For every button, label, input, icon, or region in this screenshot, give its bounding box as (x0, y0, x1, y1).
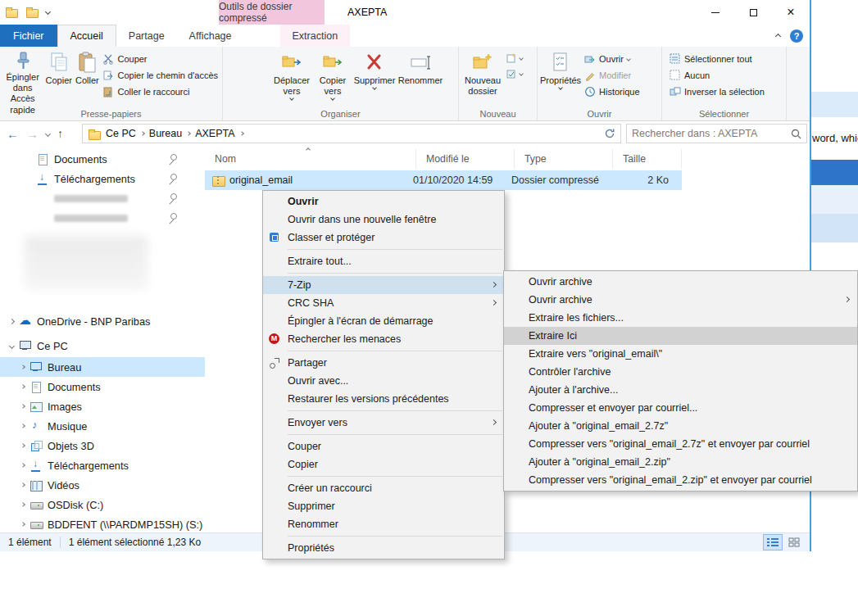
submenu-item[interactable]: Extraire vers "original_email\" (504, 345, 857, 363)
easy-access-button[interactable] (505, 66, 524, 80)
tab-accueil[interactable]: Accueil (57, 25, 116, 47)
tab-fichier[interactable]: Fichier (0, 25, 57, 47)
sidebar-item-this-pc[interactable]: Ce PC (0, 336, 205, 356)
submenu-item[interactable]: Ajouter à "original_email_2.7z" (504, 417, 857, 435)
tab-extraction[interactable]: Extraction (280, 25, 351, 47)
submenu-item[interactable]: Ouvrir archive (504, 273, 857, 291)
context-menu-item[interactable]: Rechercher les menaces (263, 330, 504, 348)
expand-icon[interactable] (20, 404, 25, 409)
copy-button[interactable]: Copier (43, 48, 74, 109)
breadcrumb-item[interactable]: AXEPTA (190, 128, 239, 139)
quick-access-toolbar-icon[interactable] (25, 6, 39, 18)
pin-icon[interactable] (168, 173, 179, 183)
collapse-ribbon-icon[interactable] (775, 33, 781, 38)
delete-button[interactable]: Supprimer (352, 48, 397, 109)
new-item-button[interactable] (505, 51, 524, 65)
expand-icon[interactable] (20, 522, 25, 527)
pin-icon[interactable] (168, 212, 179, 223)
qat-dropdown-icon[interactable] (45, 9, 51, 15)
expand-icon[interactable] (20, 463, 25, 468)
search-icon[interactable] (786, 129, 806, 139)
context-menu-item[interactable]: Propriétés (263, 539, 504, 557)
open-button[interactable]: Ouvrir (582, 51, 642, 67)
context-menu-item[interactable]: Épingler à l'écran de démarrage (263, 312, 504, 330)
select-all-button[interactable]: Sélectionner tout (667, 51, 767, 67)
up-button[interactable] (57, 127, 63, 140)
breadcrumb-separator-icon[interactable] (239, 131, 244, 136)
submenu-item[interactable]: Compresser et envoyer par courriel... (504, 399, 857, 417)
maximize-button[interactable] (734, 0, 772, 25)
expand-icon[interactable] (9, 318, 15, 324)
paste-button[interactable]: Coller (74, 48, 100, 109)
address-bar[interactable]: Ce PC Bureau AXEPTA (82, 124, 621, 143)
submenu-item[interactable]: Contrôler l'archive (504, 363, 857, 381)
new-folder-button[interactable]: Nouveau dossier (461, 48, 505, 109)
sidebar-item[interactable]: Téléchargements (0, 169, 205, 188)
thumbnails-view-button[interactable] (785, 535, 803, 550)
sidebar-item[interactable]: Téléchargements (0, 455, 205, 475)
properties-button[interactable]: Propriétés (539, 48, 582, 109)
expand-icon[interactable] (20, 424, 25, 428)
sidebar-item[interactable]: OSDisk (C:) (0, 495, 205, 514)
sidebar-item-onedrive[interactable]: OneDrive - BNP Paribas (0, 311, 205, 331)
submenu-item[interactable]: Extraire les fichiers... (504, 309, 857, 327)
expand-icon[interactable] (20, 365, 25, 369)
sidebar-item[interactable]: Vidéos (0, 475, 205, 495)
submenu-item[interactable]: Ajouter à "original_email_2.zip" (504, 453, 857, 471)
expand-icon[interactable] (20, 443, 25, 448)
collapse-icon[interactable] (9, 342, 15, 348)
sidebar-item[interactable]: BDDFENT (\\PARDMP15SH) (S:) (0, 514, 205, 534)
expand-icon[interactable] (20, 482, 25, 487)
paste-shortcut-button[interactable]: Coller le raccourci (100, 84, 220, 100)
context-menu-item[interactable]: 7-Zip (263, 276, 504, 294)
file-row[interactable]: original_email 01/10/2020 14:59 Dossier … (205, 170, 682, 190)
column-header[interactable]: Type (515, 149, 613, 169)
expand-icon[interactable] (20, 384, 25, 389)
search-input[interactable] (627, 128, 786, 139)
context-menu-item[interactable]: Copier (263, 455, 504, 473)
copy-to-button[interactable]: Copier vers (313, 48, 352, 109)
context-menu-item[interactable]: Ouvrir dans une nouvelle fenêtre (263, 211, 504, 229)
cut-button[interactable]: Couper (100, 51, 220, 67)
tab-affichage[interactable]: Affichage (177, 25, 244, 47)
context-menu-item[interactable]: Envoyer vers (263, 414, 504, 432)
select-none-button[interactable]: Aucun (667, 67, 767, 84)
submenu-item[interactable]: Extraire Ici (504, 327, 857, 345)
context-menu-item[interactable]: Classer et protéger (263, 229, 504, 247)
submenu-item[interactable]: Ouvrir archive (504, 291, 857, 309)
context-menu-item[interactable]: Couper (263, 437, 504, 455)
forward-button[interactable] (26, 127, 39, 141)
submenu-item[interactable]: Ajouter à l'archive... (504, 381, 857, 399)
recent-locations-icon[interactable] (45, 130, 51, 136)
breadcrumb-item[interactable]: Ce PC (101, 128, 141, 139)
pin-icon[interactable] (168, 192, 179, 203)
submenu-item[interactable]: Compresser vers "original_email_2.zip" e… (504, 471, 857, 489)
expand-icon[interactable] (20, 502, 25, 507)
back-button[interactable] (7, 127, 19, 141)
sidebar-item[interactable]: Musique (0, 416, 205, 436)
context-menu-item[interactable]: Ouvrir (263, 192, 504, 211)
sidebar-item[interactable]: Images (0, 396, 205, 416)
close-button[interactable] (772, 0, 810, 25)
refresh-button[interactable] (604, 128, 615, 139)
history-button[interactable]: Historique (582, 84, 642, 100)
details-view-button[interactable] (764, 535, 782, 550)
help-icon[interactable]: ? (790, 29, 803, 43)
pin-to-quick-access-button[interactable]: Épingler dans Accès rapide (2, 48, 43, 109)
rename-button[interactable]: Renommer (397, 48, 444, 109)
column-header[interactable]: Modifié le (416, 149, 515, 169)
submenu-item[interactable]: Compresser vers "original_email_2.7z" et… (504, 435, 857, 453)
sidebar-item[interactable] (0, 208, 205, 228)
sidebar-item[interactable]: Documents (0, 149, 205, 169)
context-menu-item[interactable]: Créer un raccourci (263, 479, 504, 497)
sidebar-item[interactable]: Documents (0, 377, 205, 396)
pin-icon[interactable] (168, 153, 179, 164)
context-menu-item[interactable]: Renommer (263, 515, 504, 533)
copy-path-button[interactable]: Copier le chemin d'accès (100, 67, 220, 84)
context-menu-item[interactable]: CRC SHA (263, 294, 504, 312)
context-menu-item[interactable]: Ouvrir avec... (263, 372, 504, 390)
tab-partage[interactable]: Partage (116, 25, 177, 47)
context-menu-item[interactable]: Partager (263, 354, 504, 372)
move-to-button[interactable]: Déplacer vers (270, 48, 313, 109)
sidebar-item[interactable]: Bureau (0, 357, 205, 377)
